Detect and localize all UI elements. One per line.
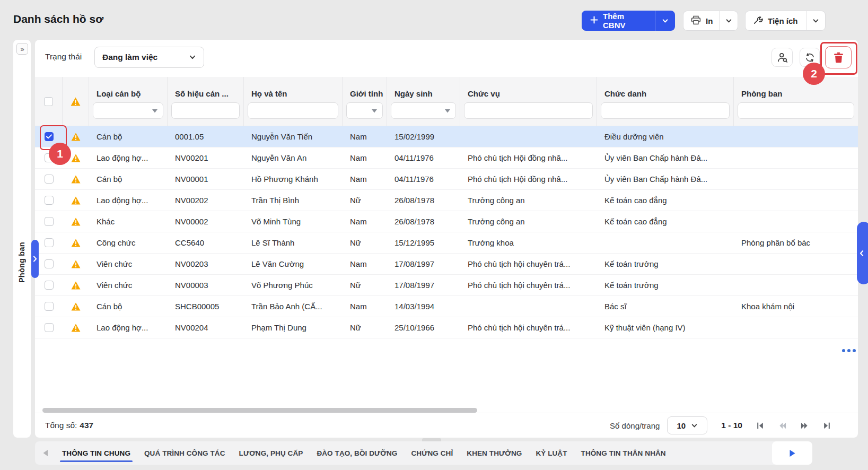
tabs-scroll-left-button[interactable] [35, 441, 55, 465]
filter-type-select[interactable] [93, 102, 163, 119]
row-checkbox[interactable] [45, 132, 54, 141]
print-main[interactable]: In [683, 11, 719, 30]
cell-position: Trưởng công an [460, 190, 597, 211]
tab--o-t-o-b-i-d-ng[interactable]: ĐÀO TẠO, BỒI DƯỠNG [310, 441, 404, 465]
row-checkbox[interactable] [45, 302, 54, 311]
column-header-dept[interactable]: Phòng ban [734, 77, 858, 101]
table-row[interactable]: Lao động hợ...NV00202Trần Thị BìnhNữ26/0… [35, 190, 858, 211]
column-header-name[interactable]: Họ và tên [244, 77, 342, 101]
tab-th-ng-tin-th-n-nh-n[interactable]: THÔNG TIN THÂN NHÂN [574, 441, 673, 465]
caret-down-icon [152, 109, 157, 113]
next-page-button[interactable] [800, 421, 809, 430]
cell-dob: 14/03/1994 [387, 296, 460, 317]
status-filter-value: Đang làm việc [102, 53, 157, 62]
add-cbnv-dropdown[interactable] [655, 11, 675, 31]
table-row[interactable]: Cán bộ0001.05Nguyễn Văn TiếnNam15/02/199… [35, 126, 858, 147]
utilities-main[interactable]: Tiện ích [746, 11, 806, 30]
cell-dept [734, 147, 858, 168]
tab-th-ng-tin-chung[interactable]: THÔNG TIN CHUNG [55, 441, 137, 465]
tab-khen-th-ng[interactable]: KHEN THƯỞNG [460, 441, 529, 465]
utilities-dropdown[interactable] [806, 11, 825, 30]
first-page-button[interactable] [756, 421, 765, 430]
add-cbnv-main[interactable]: Thêm CBNV [582, 11, 655, 31]
table-row[interactable]: Công chứcCC5640Lê Sĩ ThànhNữ15/12/1995Tr… [35, 232, 858, 254]
filter-gender-select[interactable] [346, 102, 383, 119]
row-checkbox[interactable] [45, 323, 54, 332]
table-row[interactable]: Cán bộNV00001Hồ Phương KhánhNam04/11/197… [35, 169, 858, 190]
add-cbnv-button[interactable]: Thêm CBNV [582, 11, 675, 31]
sidebar-open-handle[interactable] [31, 240, 39, 278]
filter-name-input[interactable] [248, 103, 338, 118]
table-row[interactable]: Lao động hợ...NV00201Nguyễn Văn AnNam04/… [35, 147, 858, 169]
table-row[interactable]: Lao động hợ...NV00204Phạm Thị DungNữ25/1… [35, 317, 858, 338]
row-checkbox[interactable] [45, 259, 54, 268]
column-header-dob[interactable]: Ngày sinh [387, 77, 460, 101]
table-row[interactable]: Cán bộSHCB00005Trần Bảo Anh (CẤ...Nam14/… [35, 296, 858, 317]
print-dropdown[interactable] [719, 11, 738, 30]
status-filter-select[interactable]: Đang làm việc [94, 47, 204, 68]
right-panel-open-handle[interactable] [857, 222, 868, 284]
cell-type: Lao động hợ... [89, 147, 168, 168]
row-select-cell [35, 275, 63, 295]
tabs-scroll-right-button[interactable] [772, 441, 812, 465]
cell-code: NV00002 [168, 211, 244, 232]
refresh-button[interactable] [800, 48, 820, 67]
cell-type: Lao động hợ... [89, 190, 168, 211]
table-row[interactable]: Viên chứcNV00003Võ Phương PhúcNữ17/08/19… [35, 275, 858, 296]
sidebar-collapsed-label: Phòng ban [14, 210, 29, 316]
row-checkbox[interactable] [45, 281, 54, 290]
select-all-checkbox[interactable] [44, 97, 53, 106]
last-page-button[interactable] [822, 421, 831, 430]
cell-position: Phó chủ tịch hội chuyên trá... [460, 317, 597, 338]
cell-title: Kế toán trưởng [597, 275, 734, 295]
tab-l-ng-ph-c-p[interactable]: LƯƠNG, PHỤ CẤP [232, 441, 310, 465]
column-header-gender[interactable]: Giới tính [343, 77, 387, 101]
row-select-cell [35, 126, 63, 147]
filter-position-input[interactable] [464, 103, 592, 118]
tab-k-lu-t[interactable]: KỶ LUẬT [529, 441, 574, 465]
row-checkbox[interactable] [45, 196, 54, 205]
column-header-title[interactable]: Chức danh [597, 77, 733, 101]
table-header: Loại cán bộ Số hiệu cán ... Họ và tên Gi… [35, 77, 858, 126]
page-range-label: 1 - 10 [721, 421, 742, 430]
table-row[interactable]: KhácNV00002Võ Minh TùngNam26/08/1978Trưở… [35, 211, 858, 232]
horizontal-scrollbar-thumb[interactable] [42, 408, 477, 413]
row-checkbox[interactable] [45, 217, 54, 226]
row-checkbox[interactable] [45, 153, 54, 162]
rows-per-page-select[interactable]: 10 [667, 416, 707, 434]
tab-ch-ng-ch-[interactable]: CHỨNG CHỈ [404, 441, 460, 465]
row-select-cell [35, 296, 63, 317]
status-filter-label: Trạng thái [45, 52, 82, 62]
sidebar-expand-button[interactable]: » [16, 43, 28, 55]
cell-code: NV00202 [168, 190, 244, 211]
cell-dob: 04/11/1976 [387, 147, 460, 168]
delete-button[interactable] [825, 46, 852, 68]
cell-gender: Nam [343, 126, 387, 147]
warning-icon [71, 260, 81, 268]
check-icon [46, 134, 52, 139]
previous-page-button[interactable] [778, 421, 787, 430]
cell-title: Ủy viên Ban Chấp hành Đả... [597, 169, 734, 189]
cell-position: Trưởng công an [460, 211, 597, 232]
column-header-type[interactable]: Loại cán bộ [89, 77, 167, 101]
filter-dob-select[interactable] [391, 102, 456, 119]
tab-qu-tr-nh-c-ng-t-c[interactable]: QUÁ TRÌNH CÔNG TÁC [137, 441, 232, 465]
print-button[interactable]: In [683, 11, 738, 31]
warning-icon [71, 239, 81, 247]
find-person-button[interactable] [771, 48, 793, 67]
cell-name: Võ Phương Phúc [244, 275, 343, 295]
cell-type: Viên chức [89, 254, 168, 274]
cell-title: Kỹ thuật viên (hạng IV) [597, 317, 734, 338]
row-checkbox[interactable] [45, 175, 54, 184]
filter-code-input[interactable] [172, 103, 239, 118]
table-row[interactable]: Viên chứcNV00203Lê Văn CườngNam17/08/199… [35, 254, 858, 275]
column-header-position[interactable]: Chức vụ [460, 77, 597, 101]
filter-dept-input[interactable] [738, 103, 854, 118]
column-header-code[interactable]: Số hiệu cán ... [168, 77, 243, 101]
utilities-button[interactable]: Tiện ích [745, 11, 826, 31]
filter-title-input[interactable] [601, 103, 729, 118]
row-checkbox[interactable] [45, 238, 54, 247]
cell-dob: 25/10/1966 [387, 317, 460, 338]
more-options-button[interactable] [842, 349, 856, 352]
row-warning-cell [63, 275, 89, 295]
